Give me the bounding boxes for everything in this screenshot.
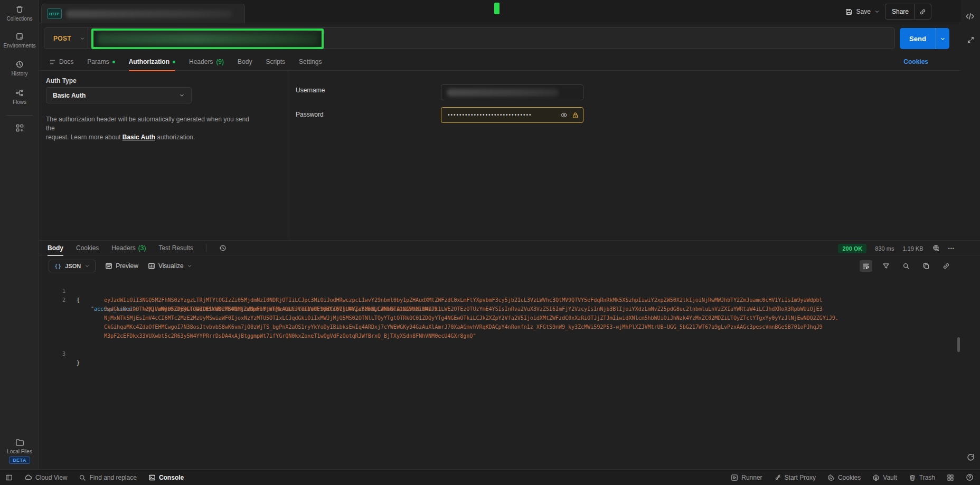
visualize-button[interactable]: Visualize (148, 262, 192, 270)
auth-type-select[interactable]: Basic Auth (46, 87, 192, 103)
chevron-down-icon[interactable] (874, 9, 880, 14)
method-selector[interactable]: POST (44, 28, 88, 49)
cloud-view-button[interactable]: Cloud View (24, 473, 67, 481)
save-response-icon[interactable] (932, 244, 940, 252)
response-tab-test-results[interactable]: Test Results (158, 240, 193, 255)
tab-scripts[interactable]: Scripts (266, 53, 285, 71)
response-format-select[interactable]: {} JSON (49, 260, 96, 272)
sidebar-item-flows[interactable]: Flows (0, 89, 39, 105)
help-icon[interactable] (966, 473, 974, 481)
tab-label: Scripts (266, 58, 285, 65)
tab-label: Body (48, 244, 63, 252)
share-button[interactable]: Share (885, 4, 931, 20)
filter-icon[interactable] (880, 260, 892, 272)
response-body-editor[interactable]: 1 { 2 "access_token": "eyJraWQiOiJyRGtcL… (39, 274, 980, 453)
basic-auth-link[interactable]: Basic Auth (123, 134, 155, 141)
sidebar-add-module-button[interactable] (0, 123, 39, 135)
password-input[interactable]: ••••••••••••••••••••••••••••• (441, 107, 583, 123)
tab-authorization[interactable]: Authorization (129, 53, 175, 71)
docs-icon (49, 59, 56, 65)
link-icon[interactable] (940, 260, 953, 272)
scrollbar-thumb[interactable] (957, 337, 960, 352)
sidebar-item-history[interactable]: History (0, 60, 39, 77)
code-snippet-icon[interactable] (965, 12, 975, 21)
sidebar-item-collections[interactable]: Collections (0, 5, 39, 22)
vault-label: Vault (883, 474, 897, 481)
code-text: CkGihqaMKc4ZdaOfEHMCwgoI7N38osJtvbvbS8wK… (104, 322, 823, 331)
find-and-replace-button[interactable]: Find and replace (79, 474, 136, 481)
start-proxy-label: Start Proxy (785, 474, 816, 481)
cloud-view-label: Cloud View (35, 474, 67, 481)
response-tab-body[interactable]: Body (48, 240, 63, 255)
cookies-button[interactable]: Cookies (827, 474, 861, 481)
find-and-replace-label: Find and replace (89, 474, 136, 481)
start-proxy-button[interactable]: Start Proxy (774, 474, 816, 481)
vault-lock-warning-icon[interactable] (572, 112, 579, 119)
modified-dot (112, 61, 115, 63)
sidebar-item-environments[interactable]: Environments (0, 32, 39, 49)
copy-link-icon[interactable] (915, 8, 931, 15)
auth-description-line1: The authorization header will be automat… (46, 115, 257, 133)
send-button[interactable]: Send (900, 28, 949, 49)
tab-params[interactable]: Params (87, 53, 115, 71)
response-tab-headers[interactable]: Headers (3) (111, 240, 146, 255)
auth-type-label: Auth Type (46, 77, 77, 84)
tab-body[interactable]: Body (238, 53, 252, 71)
send-options-caret[interactable] (936, 28, 949, 49)
top-actions: Save Share (845, 0, 931, 23)
panel-divider (288, 71, 288, 240)
url-value-redacted (98, 33, 317, 45)
copy-icon[interactable] (920, 260, 932, 272)
auth-description: The authorization header will be automat… (46, 115, 257, 142)
trash-icon (909, 474, 916, 481)
sidebar-item-label: Flows (0, 99, 39, 105)
sidebar-item-local-files[interactable]: Local Files BETA (0, 439, 39, 464)
cookie-icon (827, 474, 835, 481)
code-text: 9qdGkiOiIwOTk2MjVmNy05ZDEyLTQ4ZDEtYWU2MS… (104, 305, 823, 313)
show-password-eye-icon[interactable] (560, 111, 568, 119)
vault-button[interactable]: Vault (872, 474, 897, 481)
tab-label: Authorization (129, 58, 169, 65)
response-meta: 200 OK 830 ms 1.19 KB ••• (838, 241, 955, 256)
username-input[interactable] (441, 84, 583, 100)
history-icon (15, 60, 24, 69)
environments-icon (15, 32, 24, 41)
tab-label: Params (87, 58, 109, 65)
code-text: eyJzdWIiOiI3NGQ5M2FhNS0zYzgzLTRjMTYtOGIz… (104, 296, 823, 305)
wrap-text-icon[interactable] (860, 260, 872, 272)
panes-layout-icon[interactable] (947, 474, 954, 481)
search-icon[interactable] (900, 260, 912, 272)
sync-icon[interactable] (966, 453, 975, 462)
sidebar-item-label: Environments (0, 43, 39, 49)
tab-docs[interactable]: Docs (49, 53, 73, 71)
console-icon (148, 474, 156, 481)
password-masked-value: ••••••••••••••••••••••••••••• (448, 112, 560, 118)
cookies-label: Cookies (838, 474, 861, 481)
beta-badge: BETA (9, 457, 30, 464)
auth-description-line2: request. Learn more about Basic Auth aut… (46, 133, 257, 142)
runner-button[interactable]: Runner (731, 474, 762, 481)
username-value-redacted (447, 89, 559, 97)
response-tools (860, 258, 953, 274)
response-tab-cookies[interactable]: Cookies (76, 240, 99, 255)
console-button[interactable]: Console (148, 474, 184, 481)
cookies-link[interactable]: Cookies (903, 58, 928, 65)
resize-pane-icon[interactable] (967, 36, 975, 44)
status-badge: 200 OK (838, 244, 866, 253)
url-input-highlighted[interactable] (91, 28, 324, 49)
username-label: Username (288, 87, 325, 94)
tab-settings[interactable]: Settings (299, 53, 322, 71)
chevron-down-icon (179, 92, 185, 98)
tab-label: Cookies (76, 244, 99, 252)
preview-button[interactable]: Preview (105, 262, 138, 270)
local-files-label: Local Files (0, 449, 39, 454)
save-button[interactable]: Save (845, 8, 880, 16)
request-tab[interactable]: HTTP (41, 4, 245, 23)
toggle-sidebar-icon[interactable] (5, 474, 13, 481)
trash-button[interactable]: Trash (909, 474, 935, 481)
vault-icon (872, 474, 880, 481)
more-actions-icon[interactable]: ••• (948, 246, 955, 251)
tab-headers[interactable]: Headers (9) (189, 53, 224, 71)
response-history-icon[interactable] (219, 244, 227, 252)
chevron-down-icon[interactable] (187, 263, 192, 269)
